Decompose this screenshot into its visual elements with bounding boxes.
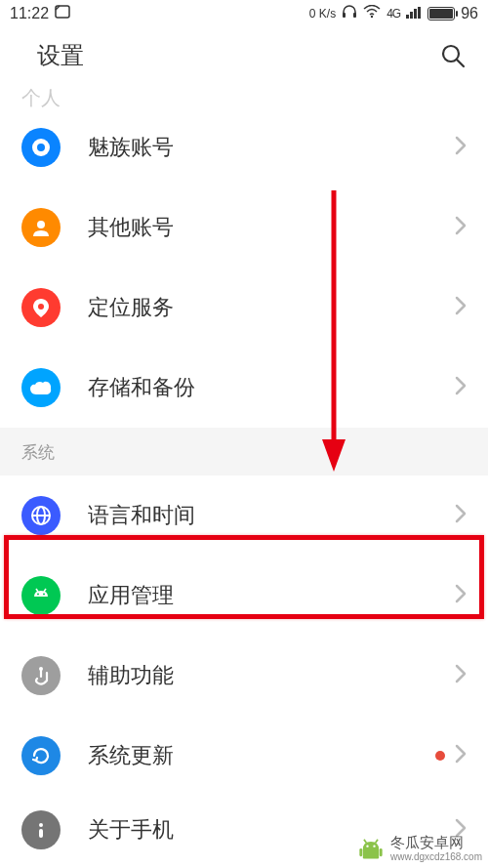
watermark: 冬瓜安卓网 www.dgxcdz168.com	[357, 835, 482, 862]
chevron-right-icon	[455, 744, 467, 767]
svg-point-13	[38, 304, 44, 310]
svg-rect-4	[406, 15, 409, 19]
svg-line-29	[376, 840, 378, 844]
svg-line-19	[36, 589, 38, 592]
item-label: 语言和时间	[88, 501, 455, 530]
svg-point-3	[371, 16, 373, 18]
status-time: 11:22	[10, 5, 49, 22]
watermark-text: 冬瓜安卓网 www.dgxcdz168.com	[390, 835, 482, 862]
svg-point-12	[37, 221, 45, 228]
svg-point-22	[39, 823, 43, 827]
status-right: 0 K/s 4G 96	[309, 4, 478, 23]
item-location[interactable]: 定位服务	[0, 268, 488, 348]
location-icon	[21, 288, 61, 327]
item-storage[interactable]: 存储和备份	[0, 348, 488, 428]
status-left: 11:22	[10, 5, 70, 22]
svg-point-26	[366, 846, 368, 847]
watermark-main: 冬瓜安卓网	[390, 835, 482, 851]
battery-icon	[427, 7, 455, 21]
svg-rect-31	[380, 848, 383, 856]
item-label: 辅助功能	[88, 661, 455, 690]
battery-pct: 96	[461, 5, 478, 22]
svg-rect-30	[359, 848, 362, 856]
item-label: 魅族账号	[88, 133, 455, 162]
chevron-right-icon	[455, 664, 467, 687]
item-label: 系统更新	[88, 741, 435, 770]
wifi-icon	[363, 5, 381, 22]
header: 设置	[0, 27, 488, 84]
svg-line-20	[44, 589, 46, 592]
android-icon	[21, 576, 61, 615]
cloud-icon	[21, 368, 61, 407]
chevron-right-icon	[455, 376, 467, 399]
svg-line-9	[457, 60, 464, 66]
headphone-icon	[342, 4, 357, 23]
svg-point-18	[43, 594, 45, 596]
search-button[interactable]	[439, 42, 467, 69]
svg-point-17	[37, 594, 39, 596]
page-title: 设置	[37, 40, 84, 71]
globe-icon	[21, 496, 61, 535]
item-label: 应用管理	[88, 581, 455, 610]
meizu-icon	[21, 128, 61, 167]
chevron-right-icon	[455, 504, 467, 527]
network-type: 4G	[386, 7, 400, 21]
svg-point-27	[373, 846, 375, 847]
item-label: 存储和备份	[88, 373, 455, 402]
svg-point-11	[37, 144, 45, 151]
update-badge	[435, 751, 445, 761]
chevron-right-icon	[455, 296, 467, 319]
section-system: 系统	[0, 428, 488, 475]
svg-rect-1	[343, 13, 346, 18]
refresh-icon	[21, 736, 61, 775]
item-update[interactable]: 系统更新	[0, 716, 488, 796]
settings-list[interactable]: 个人 魅族账号 其他账号 定位服务 存储和备份 系统	[0, 84, 488, 864]
watermark-sub: www.dgxcdz168.com	[390, 851, 482, 862]
net-speed: 0 K/s	[309, 7, 336, 21]
svg-rect-7	[418, 7, 421, 19]
item-language[interactable]: 语言和时间	[0, 475, 488, 556]
svg-point-21	[39, 667, 43, 671]
svg-rect-2	[353, 13, 356, 18]
item-other-account[interactable]: 其他账号	[0, 187, 488, 268]
item-meizu-account[interactable]: 魅族账号	[0, 107, 488, 187]
signal-icon	[406, 5, 422, 22]
person-icon	[21, 208, 61, 247]
item-label: 其他账号	[88, 213, 455, 242]
status-bar: 11:22 0 K/s 4G 96	[0, 0, 488, 27]
item-accessibility[interactable]: 辅助功能	[0, 636, 488, 716]
sim-icon	[55, 5, 70, 22]
svg-rect-5	[410, 12, 413, 19]
section-personal: 个人	[0, 84, 488, 107]
svg-rect-6	[414, 9, 417, 19]
android-watermark-icon	[357, 835, 385, 862]
svg-rect-23	[39, 829, 43, 838]
search-icon	[439, 42, 467, 69]
chevron-right-icon	[455, 584, 467, 607]
svg-line-28	[364, 840, 366, 844]
hand-icon	[21, 656, 61, 695]
chevron-right-icon	[455, 216, 467, 239]
item-label: 定位服务	[88, 293, 455, 322]
item-apps[interactable]: 应用管理	[0, 556, 488, 636]
chevron-right-icon	[455, 136, 467, 159]
info-icon	[21, 810, 61, 849]
